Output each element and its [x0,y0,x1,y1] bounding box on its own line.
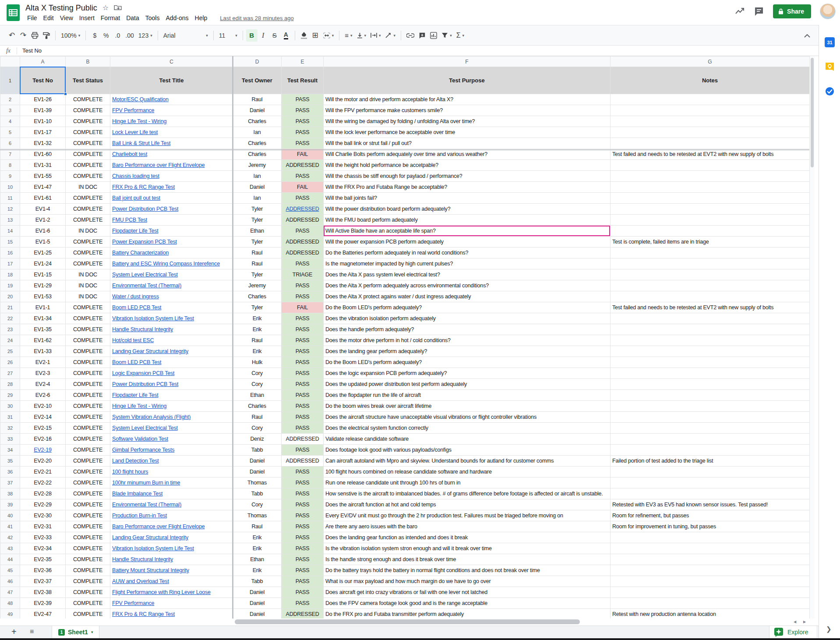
cell-G38[interactable] [611,488,810,499]
undo-button[interactable]: ↶ [6,29,18,42]
row-header-18[interactable]: 18 [0,269,20,280]
cell-G43[interactable] [611,543,810,554]
cell-D17[interactable]: Raul [233,258,282,269]
sheet-tab-sheet1[interactable]: 1 Sheet1 ▾ [52,626,99,638]
cell-E27[interactable]: PASS [282,368,324,379]
row-header-16[interactable]: 16 [0,248,20,258]
cell-G35[interactable]: Failed portion of test added to the tria… [611,456,810,467]
cell-F2[interactable]: Will the motor and drive perform accepta… [324,94,611,105]
sheet-tab-menu-icon[interactable]: ▾ [91,630,93,634]
cell-A14[interactable]: EV1-6 [20,226,66,237]
cell-C31[interactable]: System Vibration Analysis (Flight) [110,412,233,423]
cell-C42[interactable]: Landing Gear Structural Integrity [110,532,233,543]
collapse-toolbar-icon[interactable] [801,30,813,42]
cell-D34[interactable]: Tabb [233,445,282,456]
row-header-20[interactable]: 20 [0,291,20,302]
grid-corner-box[interactable] [0,57,20,67]
cell-A27[interactable]: EV2-3 [20,368,66,379]
cell-C3[interactable]: FPV Performance [110,105,233,116]
cell-G16[interactable] [611,248,810,258]
collapse-panel-chevron-icon[interactable]: ❯ [826,625,832,633]
cell-A29[interactable]: EV2-6 [20,390,66,401]
cell-C22[interactable]: Vibration Isolation System Life Test [110,313,233,324]
cell-F25[interactable]: Does the landing gear perform adequately… [324,346,611,357]
cell-G26[interactable] [611,357,810,368]
document-title[interactable]: Alta X Testing Public [25,4,97,13]
cell-F29[interactable]: Does the flopdapter run the life of airc… [324,390,611,401]
cell-C33[interactable]: Software Validation Test [110,434,233,445]
cell-A23[interactable]: EV1-35 [20,324,66,335]
text-wrap-button[interactable]: ▾ [368,29,383,42]
row-header-25[interactable]: 25 [0,346,20,357]
spreadsheet-grid[interactable]: ABCDEFG1Test NoTest StatusTest TitleTest… [0,56,815,619]
cell-G6[interactable] [611,138,810,149]
cell-E28[interactable]: PASS [282,379,324,390]
cell-G15[interactable]: Test is complete, failed items are in tr… [611,237,810,248]
cell-E5[interactable]: PASS [282,127,324,138]
cell-C25[interactable]: Landing Gear Structural Integrity [110,346,233,357]
cell-C27[interactable]: Logic Expansion PCB Test [110,368,233,379]
cell-E7[interactable]: FAIL [282,149,324,160]
cell-D24[interactable]: Raul [233,335,282,346]
cell-C24[interactable]: Hot/cold test ESC [110,335,233,346]
cell-D18[interactable]: Tyler [233,269,282,280]
cell-C30[interactable]: Hinge Life Test - Wiring [110,401,233,412]
vertical-align-button[interactable]: ▾ [355,29,369,42]
cell-E24[interactable]: PASS [282,335,324,346]
cell-D19[interactable]: Jeremy [233,280,282,291]
cell-A11[interactable]: EV1-61 [20,193,66,204]
cell-F32[interactable]: Does the electrical system function corr… [324,423,611,434]
cell-B27[interactable]: COMPLETE [66,368,110,379]
cell-F26[interactable]: Do the Boom LED's perform adequately? [324,357,611,368]
cell-E26[interactable]: PASS [282,357,324,368]
cell-F30[interactable]: Do the boom wires break over aircraft li… [324,401,611,412]
cell-B47[interactable]: COMPLETE [66,587,110,598]
decrease-decimal-button[interactable]: .0 [112,29,123,42]
cell-D26[interactable]: Hulk [233,357,282,368]
cell-D47[interactable]: Daniel [233,587,282,598]
row-header-39[interactable]: 39 [0,499,20,510]
cell-A44[interactable]: EV2-35 [20,554,66,565]
menu-tools[interactable]: Tools [142,13,163,23]
cell-G39[interactable]: Retested with EV3 as EV5 had known senso… [611,499,810,510]
cell-G13[interactable] [611,215,810,226]
cell-A26[interactable]: EV2-1 [20,357,66,368]
cell-C9[interactable]: Chassis loading test [110,171,233,182]
cell-F16[interactable]: Do the Batteries perform adequately in r… [324,248,611,258]
cell-F11[interactable]: Will the ball joints fail? [324,193,611,204]
cell-C40[interactable]: Production Burn-in Test [110,510,233,521]
column-header-D[interactable]: D [233,57,282,67]
cell-C46[interactable]: AUW and Overload Test [110,576,233,587]
cell-G7[interactable]: Test failed and needs to be retested at … [611,149,810,160]
cell-B45[interactable]: COMPLETE [66,565,110,576]
cell-G47[interactable] [611,587,810,598]
cell-B44[interactable]: COMPLETE [66,554,110,565]
explore-button[interactable]: Explore [769,626,816,638]
cell-B20[interactable]: IN DOC [66,291,110,302]
cell-C11[interactable]: Ball joint pull out test [110,193,233,204]
user-avatar[interactable] [820,4,836,19]
cell-C29[interactable]: Flopdapter Life Test [110,390,233,401]
row-header-32[interactable]: 32 [0,423,20,434]
row-header-46[interactable]: 46 [0,576,20,587]
font-size-select[interactable]: 11▾ [217,29,240,42]
cell-A9[interactable]: EV1-55 [20,171,66,182]
row-header-15[interactable]: 15 [0,237,20,248]
cell-D13[interactable]: Tyler [233,215,282,226]
row-header-13[interactable]: 13 [0,215,20,226]
cell-D3[interactable]: Daniel [233,105,282,116]
cell-E34[interactable]: PASS [282,445,324,456]
cell-A7[interactable]: EV1-60 [20,149,66,160]
cell-C2[interactable]: Motor/ESC Qualification [110,94,233,105]
cell-E12[interactable]: ADDRESSED [282,204,324,215]
text-color-button[interactable]: A [280,29,292,42]
cell-F10[interactable]: Will the FRX Pro and Futaba Range be acc… [324,182,611,193]
menu-file[interactable]: File [24,13,40,23]
cell-F5[interactable]: Will the lock lever performance be accep… [324,127,611,138]
cell-F47[interactable]: Does aircraft get into crazy vibrations … [324,587,611,598]
cell-G33[interactable] [611,434,810,445]
cell-E18[interactable]: TRIAGE [282,269,324,280]
cell-F37[interactable]: Run one release candidate unit through 1… [324,477,611,488]
cell-E33[interactable]: ADDRESSED [282,434,324,445]
text-rotation-button[interactable]: ▾ [383,29,398,42]
